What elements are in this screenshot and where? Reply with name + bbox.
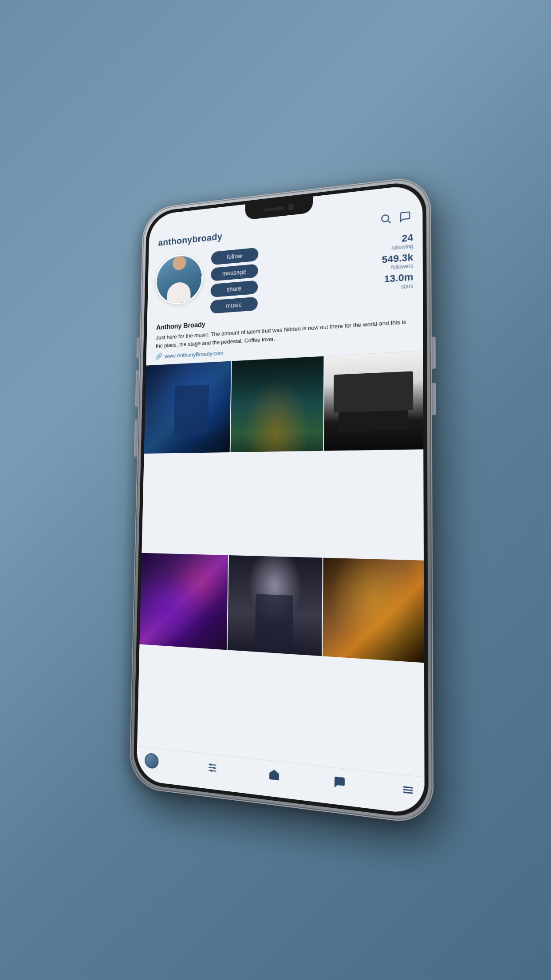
svg-line-10	[403, 792, 413, 793]
mixer-sliders-icon	[207, 761, 218, 775]
nav-avatar	[145, 753, 159, 770]
stars-stat: 13.0m stars	[384, 272, 413, 291]
following-stat: 24 following	[391, 232, 413, 251]
svg-point-5	[209, 763, 211, 766]
username-label: anthonybroady	[158, 231, 222, 249]
svg-point-7	[210, 770, 212, 772]
search-icon[interactable]	[380, 213, 392, 227]
screen: anthonybroady	[136, 184, 425, 815]
nav-mixer-item[interactable]	[207, 761, 218, 775]
message-button[interactable]: message	[211, 264, 258, 281]
svg-point-6	[213, 767, 215, 769]
stats-section: 24 following 549.3k followers 13.0m star…	[382, 232, 413, 291]
phone-frame: anthonybroady	[129, 175, 434, 826]
photo-grid	[137, 351, 425, 777]
power-button	[432, 336, 436, 369]
mute-button	[136, 337, 140, 358]
followers-stat: 549.3k followers	[382, 252, 413, 272]
grid-photo-2[interactable]	[231, 356, 323, 453]
chat-bubble-icon	[333, 775, 346, 789]
music-button[interactable]: music	[210, 296, 258, 313]
action-buttons-group: follow message share music	[210, 247, 259, 313]
svg-line-8	[403, 787, 413, 788]
message-icon[interactable]	[399, 210, 411, 225]
share-button[interactable]: share	[210, 280, 258, 297]
front-camera	[288, 204, 294, 210]
volume-down-button	[134, 419, 138, 457]
volume-button-right	[432, 383, 436, 415]
website-text: www.AnthonyBroady.com	[165, 349, 224, 359]
svg-line-9	[403, 790, 413, 790]
grid-photo-3[interactable]	[324, 351, 423, 451]
nav-menu-item[interactable]	[401, 783, 414, 797]
nav-home-item[interactable]	[268, 768, 280, 782]
header-icons-group	[380, 210, 411, 227]
phone-inner-bezel: anthonybroady	[133, 180, 429, 820]
hamburger-menu-icon	[401, 783, 414, 797]
grid-photo-1[interactable]	[144, 361, 232, 454]
avatar	[155, 253, 203, 306]
speaker-grille	[264, 206, 285, 212]
home-icon	[268, 768, 280, 782]
grid-photo-6[interactable]	[323, 557, 424, 663]
avatar-person	[156, 254, 202, 305]
grid-photo-4[interactable]	[139, 553, 228, 650]
grid-photo-5[interactable]	[228, 555, 322, 656]
volume-up-button	[135, 370, 139, 407]
svg-line-4	[209, 771, 216, 771]
follow-button[interactable]: follow	[211, 247, 259, 265]
svg-line-1	[388, 220, 390, 223]
nav-chat-item[interactable]	[333, 775, 346, 789]
screen-content: anthonybroady	[136, 184, 425, 815]
link-icon: 🔗	[155, 353, 162, 360]
nav-avatar-item[interactable]	[145, 753, 159, 770]
svg-point-0	[382, 215, 389, 222]
avatar-container	[155, 253, 203, 306]
